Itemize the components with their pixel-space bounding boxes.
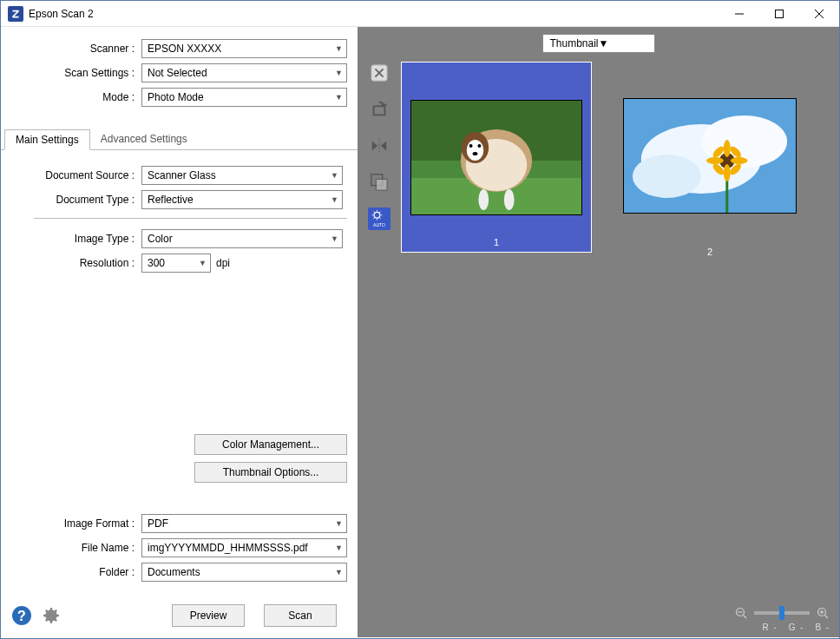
image-format-label: Image Format : [11, 517, 141, 530]
svg-point-16 [374, 212, 380, 218]
preview-toolbar: AUTO [364, 58, 394, 630]
chevron-down-icon: ▼ [331, 195, 338, 204]
scan-settings-select[interactable]: Not Selected▼ [141, 63, 347, 82]
thumbnail-1[interactable] [401, 62, 592, 253]
svg-point-45 [724, 164, 731, 181]
chevron-down-icon: ▼ [335, 93, 343, 102]
maximize-button[interactable] [759, 1, 799, 27]
thumbnail-options-button[interactable]: Thumbnail Options... [194, 462, 347, 483]
scan-settings-label: Scan Settings : [11, 67, 141, 79]
chevron-down-icon: ▼ [335, 44, 343, 53]
thumbnail-2-image [623, 98, 797, 214]
zoom-slider[interactable] [754, 611, 810, 615]
resolution-label: Resolution : [11, 257, 141, 269]
close-marquee-icon[interactable] [368, 62, 390, 84]
chevron-down-icon: ▼ [335, 568, 343, 576]
preview-view-select[interactable]: Thumbnail▼ [542, 34, 655, 53]
document-source-label: Document Source : [11, 169, 141, 181]
mirror-icon[interactable] [368, 135, 390, 157]
document-source-select[interactable]: Scanner Glass▼ [141, 166, 343, 185]
image-type-label: Image Type : [11, 233, 141, 245]
svg-marker-12 [372, 142, 377, 151]
svg-point-35 [469, 144, 473, 148]
svg-line-21 [373, 212, 374, 213]
thumbnail-2-label: 2 [707, 247, 712, 257]
titlebar: Epson Scan 2 [1, 1, 839, 27]
svg-point-46 [706, 157, 724, 164]
chevron-down-icon: ▼ [335, 69, 343, 77]
chevron-down-icon: ▼ [335, 543, 343, 552]
folder-label: Folder : [11, 566, 141, 578]
thumbnail-2[interactable] [614, 98, 805, 214]
resolution-select[interactable]: 300▼ [141, 254, 211, 273]
svg-rect-10 [374, 106, 385, 115]
svg-rect-15 [376, 179, 387, 190]
window-title: Epson Scan 2 [29, 8, 719, 20]
file-name-select[interactable]: imgYYYYMMDD_HHMMSSSS.pdf▼ [141, 538, 347, 557]
svg-point-44 [724, 140, 731, 157]
svg-point-33 [478, 189, 489, 210]
zoom-in-icon[interactable] [817, 607, 829, 619]
thumbnail-1-image [410, 100, 582, 215]
mode-label: Mode : [11, 91, 141, 103]
mode-select[interactable]: Photo Mode▼ [141, 88, 347, 107]
chevron-down-icon: ▼ [331, 171, 338, 180]
help-icon[interactable]: ? [11, 605, 32, 626]
svg-point-32 [467, 140, 484, 161]
svg-text:?: ? [17, 609, 26, 623]
tab-main-settings[interactable]: Main Settings [4, 129, 90, 150]
preview-pane: Thumbnail▼ AUTO [358, 27, 839, 637]
svg-point-37 [473, 152, 478, 155]
chevron-down-icon: ▼ [599, 37, 609, 49]
folder-select[interactable]: Documents▼ [141, 563, 347, 582]
svg-line-24 [379, 212, 380, 213]
app-logo-icon [8, 6, 23, 22]
svg-point-34 [504, 189, 515, 210]
svg-point-41 [633, 155, 701, 198]
color-management-button[interactable]: Color Management... [194, 434, 347, 455]
rotate-icon[interactable] [368, 98, 390, 121]
image-format-select[interactable]: PDF▼ [141, 514, 347, 533]
auto-exposure-icon[interactable]: AUTO [368, 208, 390, 230]
zoom-slider-thumb[interactable] [779, 606, 784, 620]
zoom-out-icon[interactable] [735, 607, 747, 619]
chevron-down-icon: ▼ [335, 519, 343, 528]
close-button[interactable] [799, 1, 839, 27]
scanner-label: Scanner : [11, 43, 141, 55]
file-name-label: File Name : [11, 542, 141, 554]
svg-point-36 [477, 144, 481, 148]
svg-line-22 [379, 218, 380, 219]
minimize-button[interactable] [719, 1, 759, 27]
preview-status-bar: R - G - B - [735, 607, 829, 632]
thumbnail-1-label: 1 [494, 237, 499, 247]
preview-button[interactable]: Preview [172, 604, 245, 627]
svg-point-47 [731, 157, 748, 164]
document-type-select[interactable]: Reflective▼ [141, 190, 343, 209]
settings-gear-icon[interactable] [41, 605, 62, 626]
select-all-icon[interactable] [368, 171, 390, 194]
tab-bar: Main Settings Advanced Settings [1, 129, 358, 150]
svg-line-53 [744, 616, 747, 619]
settings-pane: Scanner : EPSON XXXXX▼ Scan Settings : N… [1, 27, 358, 637]
divider [34, 218, 347, 219]
document-type-label: Document Type : [11, 194, 141, 206]
chevron-down-icon: ▼ [331, 234, 338, 243]
tab-advanced-settings[interactable]: Advanced Settings [90, 129, 198, 149]
dpi-unit: dpi [216, 257, 230, 269]
svg-rect-2 [776, 10, 784, 17]
scan-button[interactable]: Scan [264, 604, 337, 627]
image-type-select[interactable]: Color▼ [141, 229, 343, 248]
chevron-down-icon: ▼ [199, 259, 207, 267]
svg-line-23 [373, 218, 374, 219]
svg-text:AUTO: AUTO [373, 222, 385, 227]
svg-marker-13 [381, 142, 386, 151]
scanner-select[interactable]: EPSON XXXXX▼ [141, 39, 347, 58]
svg-line-56 [825, 616, 829, 619]
